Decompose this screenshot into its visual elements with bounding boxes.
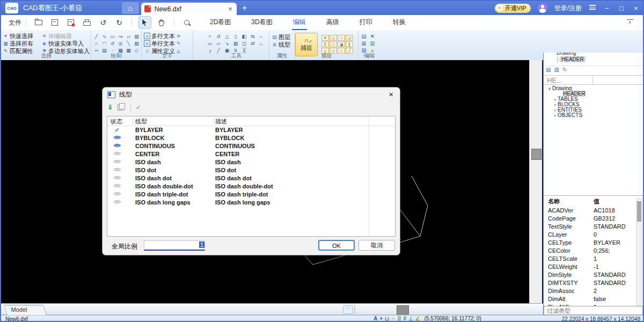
tool-icon[interactable]: ◫ — [240, 40, 248, 47]
property-row[interactable]: TextStyleSTANDARD — [544, 223, 636, 231]
tool-icon[interactable]: ⇄ — [248, 40, 257, 47]
tool-icon[interactable]: ✕ — [368, 33, 377, 40]
minimize-button[interactable]: − — [603, 4, 611, 12]
tab-edit[interactable]: 编辑 — [292, 15, 307, 30]
linetype-table[interactable]: 状态 线型 描述 ✓BYLAYERBYLAYERBYBLOCKBYBLOCKCO… — [107, 116, 396, 237]
scrollbar-center-icon[interactable]: ♡ — [343, 305, 353, 314]
tree-column-header[interactable]: HE... — [544, 75, 643, 85]
draw-tools[interactable]: ╱∿▭↝▱▧○◠↺◎╲▨∾▤·▩▦◇ — [91, 31, 142, 54]
document-tab[interactable]: New6.dxf × — [141, 3, 237, 15]
quick-select-button[interactable]: ✦快速选择 — [2, 32, 41, 40]
tool-icon[interactable]: ▭ — [108, 33, 116, 40]
linetype-row[interactable]: ISO dash double-dotISO dash double-dot — [107, 182, 395, 191]
tree-item-objects[interactable]: >OBJECTS — [544, 113, 643, 118]
tab-advanced[interactable]: 高级 — [325, 15, 340, 30]
tool-icon[interactable]: ▱ — [214, 40, 223, 47]
tool-icon[interactable]: ◿ — [346, 35, 353, 41]
select-cursor-button[interactable] — [138, 16, 151, 29]
linetype-row[interactable]: BYBLOCKBYBLOCK — [107, 134, 395, 142]
login-link[interactable]: 登录/注册 — [554, 4, 582, 13]
properties-scrollbar[interactable] — [636, 199, 642, 306]
layer-button[interactable]: ▤图层 — [271, 33, 295, 41]
tool-icon[interactable]: ▨ — [231, 40, 240, 47]
tool-icon[interactable]: ⊔ — [385, 316, 389, 321]
sidebar-splitter[interactable] — [544, 195, 643, 196]
tool-icon[interactable]: ◎ — [116, 40, 125, 47]
ok-button[interactable]: OK — [318, 240, 355, 251]
block-editor-button[interactable]: ❖块编辑器 — [41, 32, 90, 40]
linetype-row[interactable]: ISO dash long gapsISO dash long gaps — [107, 199, 395, 207]
expand-arrow-icon[interactable]: ∨ — [547, 86, 552, 92]
linetype-row[interactable]: ✓BYLAYERBYLAYER — [107, 126, 395, 134]
tree-item-drawing[interactable]: ∨Drawing — [544, 86, 643, 91]
tool-icon[interactable]: + — [206, 33, 214, 40]
expand-arrow-icon[interactable]: > — [552, 113, 558, 119]
property-row[interactable]: DimStyleSTANDARD — [544, 271, 636, 279]
tool-icon[interactable]: ∟ — [257, 40, 266, 47]
model-tab[interactable]: Model — [4, 305, 47, 315]
tool-icon[interactable]: ↘ — [223, 40, 231, 47]
menu-icon[interactable] — [589, 4, 596, 12]
properties-scrollbar-thumb[interactable] — [637, 201, 641, 222]
vscrollbar-thumb[interactable] — [531, 149, 541, 160]
property-row[interactable]: CELWeight-1 — [544, 263, 636, 271]
apply-check-icon[interactable]: ✓ — [136, 104, 141, 111]
tool-icon[interactable]: □ — [330, 41, 337, 47]
column-view-icon[interactable]: ▥ — [554, 67, 559, 72]
file-menu[interactable]: 文件 — [9, 18, 21, 27]
copy-linetype-icon[interactable] — [118, 104, 123, 111]
list-view-icon[interactable]: ▤ — [546, 67, 551, 72]
property-row[interactable]: DimAltfalse — [544, 295, 636, 303]
search-button[interactable] — [181, 17, 193, 28]
tool-icon[interactable]: ◧ — [240, 33, 248, 40]
tab-3d-view[interactable]: 3D看图 — [250, 15, 273, 30]
tab-2d-view[interactable]: 2D看图 — [209, 15, 232, 30]
tool-icon[interactable]: ╱ — [92, 33, 100, 40]
dialog-title-bar[interactable]: 线型 × — [103, 87, 400, 101]
linetype-button[interactable]: ≣线型 — [271, 41, 295, 48]
tool-icon[interactable]: △ — [223, 33, 231, 40]
undo-button[interactable]: ↺ — [97, 17, 109, 28]
filter-input[interactable] — [544, 306, 643, 315]
tool-icon[interactable]: ▯ — [231, 33, 240, 40]
tool-icon[interactable]: Σ — [321, 41, 329, 47]
property-row[interactable]: DIMTXSTYSTANDARD — [544, 279, 636, 287]
property-row[interactable]: ACADVerAC1018 — [544, 207, 636, 215]
print-button[interactable] — [81, 17, 93, 28]
vip-button[interactable]: ♥ 开通VIP — [495, 4, 531, 13]
new-tab-button[interactable]: + — [242, 3, 247, 13]
save-button[interactable] — [49, 17, 61, 28]
tool-icon[interactable]: ▤ — [360, 33, 368, 40]
tool-icon[interactable]: ↺ — [214, 33, 223, 40]
tool-icon[interactable]: ✕ — [321, 35, 329, 41]
tool-icon[interactable]: ↝ — [116, 33, 125, 40]
tool-icon[interactable]: ⣿ — [397, 316, 401, 321]
property-row[interactable]: CodePageGB2312 — [544, 215, 636, 223]
tool-icon[interactable]: # — [403, 316, 406, 321]
tool-icon[interactable]: + — [379, 316, 383, 321]
select-all-button[interactable]: ▦选择所有 — [2, 40, 41, 47]
linetype-row[interactable]: CONTINUOUSCONTINUOUS — [107, 142, 395, 150]
tool-icon[interactable]: ▥ — [368, 40, 377, 47]
tool-icon[interactable]: ▨ — [133, 40, 141, 47]
dialog-close-icon[interactable]: × — [389, 90, 393, 99]
tool-icon[interactable]: A — [374, 316, 377, 321]
tool-icon[interactable]: ╲ — [125, 40, 133, 47]
linetype-row[interactable]: ISO dash triple-dotISO dash triple-dot — [107, 191, 395, 199]
text-extra-icon[interactable]: ≋ — [177, 33, 181, 39]
cancel-button[interactable]: 取消 — [358, 240, 395, 251]
edit-tools[interactable]: ▤✕▦▥▨▲ — [358, 31, 379, 54]
open-file-button[interactable] — [33, 17, 45, 28]
tool-icon[interactable]: ⊥ — [408, 316, 413, 321]
linetype-row[interactable]: CENTERCENTER — [107, 150, 395, 158]
canvas-vscrollbar[interactable] — [529, 60, 543, 303]
pan-hand-button[interactable] — [156, 17, 167, 28]
tool-icon[interactable]: ▱ — [125, 33, 133, 40]
hscrollbar-thumb[interactable] — [397, 305, 409, 314]
tab-print[interactable]: 打印 — [358, 15, 374, 30]
tab-convert[interactable]: 转换 — [392, 15, 407, 30]
linetype-row[interactable]: ISO dotISO dot — [107, 166, 395, 174]
tool-icon[interactable]: ◪ — [338, 41, 345, 47]
quick-entity-import-button[interactable]: ◈快速实体导入 — [41, 40, 90, 47]
home-button[interactable]: ⌂ — [122, 2, 139, 14]
